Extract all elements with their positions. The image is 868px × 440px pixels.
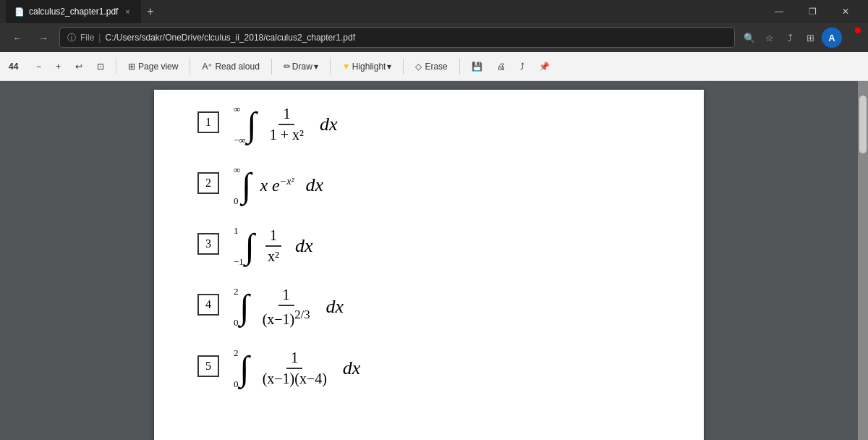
minimize-button[interactable]: —	[762, 0, 796, 23]
problem-1: 1 ∞ −∞ ∫ 1 1 + x² dx	[197, 104, 660, 145]
read-aloud-button[interactable]: A⁺ Read aloud	[196, 59, 265, 75]
dx-1: dx	[320, 114, 338, 135]
draw-label: Draw	[292, 62, 312, 72]
dx-4: dx	[326, 296, 344, 318]
highlight-label: Highlight	[352, 62, 386, 72]
highlight-icon: ▼	[342, 62, 351, 72]
highlight-dropdown-icon: ▾	[387, 62, 391, 72]
zoom-out-button[interactable]: −	[30, 59, 47, 75]
numerator-5: 1	[286, 350, 302, 369]
zoom-in-button[interactable]: +	[50, 59, 67, 75]
problem-num-4: 4	[197, 294, 219, 316]
file-path: C:/Users/sdakr/OneDrive/clculus_ii_2018/…	[105, 33, 355, 43]
erase-button[interactable]: ◇ Erase	[409, 59, 453, 75]
scrollbar[interactable]	[858, 81, 868, 440]
problem-num-2: 2	[197, 172, 219, 194]
fit-page-button[interactable]: ⊡	[91, 59, 110, 75]
draw-button[interactable]: ✏ Draw ▾	[278, 59, 324, 75]
lower-limit-2: 0	[234, 196, 240, 206]
separator-4	[330, 59, 331, 75]
separator-6	[459, 59, 460, 75]
fraction-4: 1 (x−1)2/3	[258, 287, 315, 328]
integral-symbol-3: ∫	[245, 229, 255, 263]
pin-button[interactable]: 📌	[533, 59, 556, 75]
back-button[interactable]: ←	[7, 28, 27, 48]
problem-num-5: 5	[197, 355, 219, 377]
problem-5: 5 2 0 ∫ 1 (x−1)(x−4) dx	[197, 348, 660, 389]
expr-2: x e−x²	[260, 176, 294, 195]
forward-button[interactable]: →	[33, 28, 54, 48]
upper-limit-3: 1	[234, 226, 244, 235]
separator-5	[403, 59, 404, 75]
address-field[interactable]: ⓘ File | C:/Users/sdakr/OneDrive/clculus…	[59, 28, 735, 48]
separator-3	[271, 59, 272, 75]
dx-5: dx	[343, 358, 361, 379]
address-icons: 🔍 ☆ ⤴ ⊞ A	[741, 28, 861, 48]
read-aloud-label: Read aloud	[215, 62, 259, 72]
pdf-container: 1 ∞ −∞ ∫ 1 1 + x² dx 2	[0, 81, 868, 440]
notification-dot	[855, 28, 861, 33]
title-bar: 📄 calculus2_chapter1.pdf × + — ❐ ✕	[0, 0, 868, 23]
erase-label: Erase	[425, 62, 447, 72]
problem-4: 4 2 0 ∫ 1 (x−1)2/3 dx	[197, 287, 660, 328]
integral-symbol-4: ∫	[240, 289, 250, 324]
integral-symbol-5: ∫	[240, 351, 250, 386]
tab-label: calculus2_chapter1.pdf	[29, 7, 118, 17]
undo-button[interactable]: ↩	[69, 59, 88, 75]
search-icon[interactable]: 🔍	[741, 29, 758, 46]
pdf-content: 1 ∞ −∞ ∫ 1 1 + x² dx 2	[154, 90, 704, 423]
draw-dropdown-icon: ▾	[314, 62, 318, 72]
settings-icon[interactable]: ⊞	[801, 29, 819, 46]
scrollbar-thumb[interactable]	[859, 96, 867, 153]
problem-num-1: 1	[197, 111, 219, 133]
favorite-icon[interactable]: ☆	[761, 29, 778, 46]
upper-limit-2: ∞	[234, 165, 240, 174]
tab-close-button[interactable]: ×	[122, 7, 132, 17]
pdf-page: 1 ∞ −∞ ∫ 1 1 + x² dx 2	[154, 90, 704, 440]
highlight-button[interactable]: ▼ Highlight ▾	[336, 59, 398, 75]
window-controls: — ❐ ✕	[762, 0, 862, 23]
integral-5: 2 0 ∫ 1 (x−1)(x−4) dx	[234, 348, 360, 389]
lower-limit-3: −1	[234, 257, 244, 266]
draw-icon: ✏	[284, 62, 291, 72]
user-avatar[interactable]: A	[822, 28, 842, 48]
fraction-3: 1 x²	[263, 227, 284, 265]
fraction-5: 1 (x−1)(x−4)	[258, 350, 331, 387]
problem-num-3: 3	[197, 233, 219, 255]
page-number: 44	[9, 62, 23, 72]
address-bar: ← → ⓘ File | C:/Users/sdakr/OneDrive/clc…	[0, 23, 868, 52]
new-tab-button[interactable]: +	[141, 5, 159, 18]
separator: |	[98, 33, 101, 43]
lower-limit-4: 0	[234, 318, 239, 327]
close-button[interactable]: ✕	[829, 0, 862, 23]
tab-bar: 📄 calculus2_chapter1.pdf × +	[6, 0, 762, 23]
pdf-tab[interactable]: 📄 calculus2_chapter1.pdf ×	[6, 0, 141, 23]
numerator-1: 1	[278, 106, 294, 125]
dx-3: dx	[295, 235, 313, 257]
save-button[interactable]: 💾	[466, 59, 488, 75]
page-view-icon: ⊞	[128, 62, 135, 72]
pdf-toolbar: 44 − + ↩ ⊡ ⊞ Page view A⁺ Read aloud ✏ D…	[0, 52, 868, 81]
separator-1	[116, 59, 116, 75]
denominator-3: x²	[263, 247, 284, 265]
numerator-4: 1	[278, 287, 294, 306]
separator-2	[190, 59, 190, 75]
integral-3: 1 −1 ∫ 1 x² dx	[234, 226, 313, 266]
print-button[interactable]: 🖨	[491, 59, 511, 75]
dx-2: dx	[306, 174, 324, 196]
page-view-button[interactable]: ⊞ Page view	[122, 59, 184, 75]
problem-3: 3 1 −1 ∫ 1 x² dx	[197, 226, 660, 266]
integral-symbol-2: ∫	[242, 168, 251, 203]
upper-limit-5: 2	[234, 348, 239, 358]
more-button[interactable]: ⤴	[514, 59, 530, 75]
integral-symbol-1: ∫	[247, 107, 257, 142]
pdf-icon: 📄	[14, 7, 25, 17]
integral-2: ∞ 0 ∫ x e−x² dx	[234, 165, 323, 206]
maximize-button[interactable]: ❐	[796, 0, 829, 23]
fraction-1: 1 1 + x²	[265, 106, 308, 143]
denominator-4: (x−1)2/3	[258, 306, 315, 328]
denominator-5: (x−1)(x−4)	[258, 369, 331, 387]
erase-icon: ◇	[415, 62, 422, 72]
problem-2: 2 ∞ 0 ∫ x e−x² dx	[197, 165, 660, 206]
share-icon[interactable]: ⤴	[781, 29, 799, 46]
